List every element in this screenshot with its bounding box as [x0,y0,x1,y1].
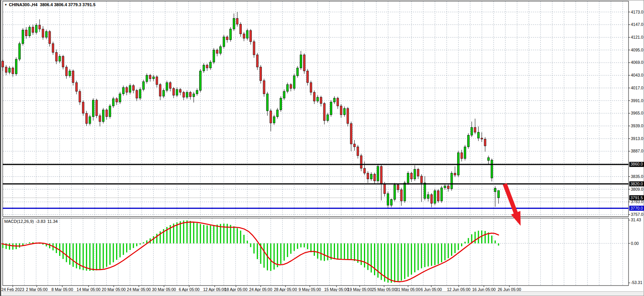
macd-bar [96,243,97,270]
candle-body [176,89,178,95]
macd-bar [213,225,214,243]
price-tick-label: 3965.0 [631,111,643,115]
candle-body [310,82,312,92]
window-footer [2,291,643,295]
candle-body [273,117,275,123]
candle-body [394,185,396,200]
macd-bar [263,243,265,268]
macd-bar [367,243,369,270]
symbol-period-text: CHINA300-,H4 [9,2,38,7]
candle-body [343,108,345,115]
price-tick-label: 3757.0 [631,212,643,217]
macd-bar [217,224,218,243]
macd-bar [153,236,154,243]
macd-tick-label: -53.31 [631,280,642,285]
price-tick-label: 4069.0 [631,60,643,65]
candle [280,96,282,112]
candle [407,171,409,185]
candle-body [152,77,154,79]
candle-body [5,67,7,72]
macd-bar [401,243,402,281]
macd-bar [347,243,348,259]
candle-body [200,71,202,90]
candle-body [297,68,299,76]
macd-bar [371,243,372,272]
price-tick-label: 4173.0 [631,10,643,14]
candle [491,159,493,181]
candle [213,48,215,64]
candle-body [397,185,399,190]
macd-bar [391,243,392,283]
macd-bar [76,243,77,268]
macd-bar [183,221,184,243]
candle-body [484,139,486,146]
macd-bar [324,243,325,261]
macd-bar [63,243,64,259]
candle-body [183,92,184,98]
macd-bar [133,243,134,248]
price-tick-label: 3913.0 [631,136,643,141]
candle-body [210,62,212,68]
candle-body [283,91,285,98]
candle-body [444,186,446,188]
candle-body [277,110,278,117]
candle [437,189,439,203]
candle-body [307,71,309,82]
macd-bar [253,243,255,253]
macd-bar [317,243,318,259]
macd-bar [143,242,144,243]
candle-body [451,173,453,189]
macd-bar [424,243,425,267]
macd-bar [29,242,30,243]
candle-body [384,184,386,193]
candle-body [213,50,215,62]
candle-body [136,91,138,98]
candle-body [72,71,74,82]
time-axis[interactable]: 24 Feb 20232 Mar 05:008 Mar 05:0014 Mar … [2,286,521,292]
candle-body [243,34,245,38]
candle-body [190,92,191,97]
macd-bar [109,243,111,265]
candle [451,171,453,191]
candle-body [39,25,41,29]
macd-bar [250,243,251,247]
candle-body [45,31,47,37]
macd-bar [354,243,355,261]
indicator-label: MACD(12,26,9)-3.8311.34 [4,219,60,224]
price-tick-label: 3991.0 [631,98,643,103]
macd-bar [113,243,114,262]
candle-body [166,82,168,90]
candle-body [129,86,131,92]
macd-bar [448,243,449,258]
candle-body [32,27,34,33]
macd-bar [73,243,74,267]
macd-bar [434,243,436,265]
candle-body [404,183,406,201]
candle [96,99,97,118]
macd-bar [136,243,137,246]
price-tick-label: 3835.0 [631,174,643,179]
macd-bar [240,231,241,243]
macd-bar [461,243,462,246]
candle-body [79,91,81,102]
candle [330,100,332,117]
macd-bar [196,223,198,243]
macd-bar [421,243,422,268]
macd-bar [140,243,141,245]
macd-bar [93,243,94,270]
macd-bar [404,243,405,279]
macd-bar [454,243,456,253]
macd-bar [418,243,419,270]
symbol-dropdown-icon[interactable]: ▼ [4,3,7,7]
candle-body [400,190,402,201]
macd-axis[interactable]: 31.430.00-53.31 [629,217,642,285]
candle-body [487,157,489,161]
candle-body [240,24,242,34]
candle-body [179,89,181,92]
candle [260,65,262,84]
macd-bar [378,243,379,278]
price-tick-label: 4017.0 [631,86,643,90]
chart-canvas[interactable]: 4173.04147.04121.04095.04069.04043.04017… [1,0,644,296]
macd-bar [495,241,496,243]
candle-body [327,115,329,121]
